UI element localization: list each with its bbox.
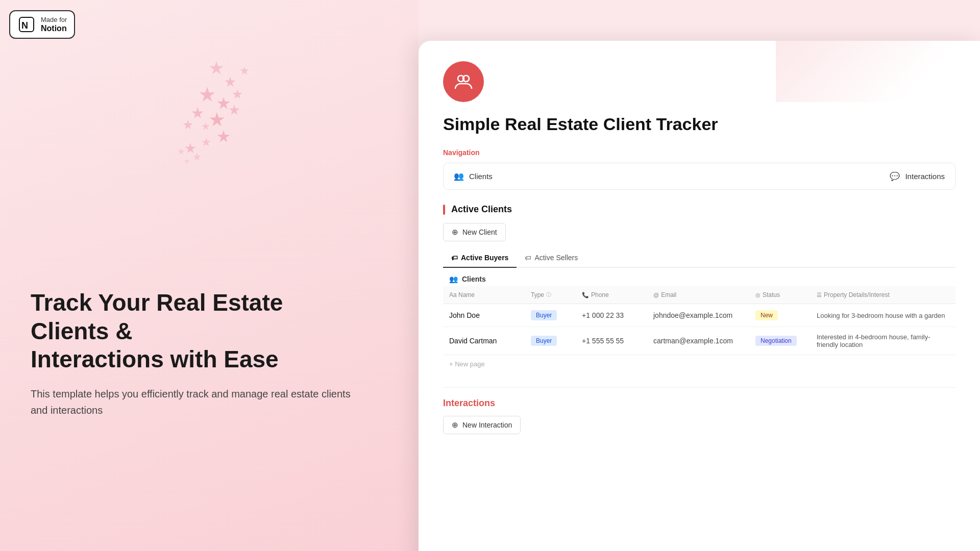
email-header-label: Email bbox=[661, 291, 676, 298]
status-badge-john: New bbox=[755, 310, 778, 320]
client-type-david: Buyer bbox=[531, 336, 582, 346]
new-page-label: + New page bbox=[449, 360, 485, 368]
header-status: ◎ Status bbox=[755, 291, 817, 298]
headline-line1: Track Your Real Estate Clients & bbox=[31, 289, 283, 344]
nav-clients[interactable]: 👥 Clients bbox=[454, 171, 493, 181]
right-panel: Simple Real Estate Client Tracker Naviga… bbox=[419, 41, 980, 551]
clients-subsection-text: Clients bbox=[462, 275, 486, 283]
clients-table: Aa Name Type ⓘ 📞 Phone @ Email ◎ Status bbox=[443, 286, 955, 373]
interactions-section-label: Interactions bbox=[443, 398, 955, 409]
table-header-row: Aa Name Type ⓘ 📞 Phone @ Email ◎ Status bbox=[443, 286, 955, 304]
type-header-label: Type bbox=[531, 291, 544, 298]
header-property: ☰ Property Details/Interest bbox=[817, 291, 949, 298]
nav-card: 👥 Clients 💬 Interactions bbox=[443, 163, 955, 190]
status-icon: ◎ bbox=[755, 292, 761, 298]
client-property-david: Interested in 4-bedroom house, family-fr… bbox=[817, 333, 949, 348]
header-name: Aa Name bbox=[449, 291, 531, 298]
clients-subsection-icon: 👥 bbox=[449, 275, 458, 283]
new-interaction-plus-icon: ⊕ bbox=[452, 420, 458, 430]
name-header-label: Aa Name bbox=[449, 291, 475, 298]
property-header-label: Property Details/Interest bbox=[824, 291, 890, 298]
tab-active-sellers[interactable]: 🏷 Active Sellers bbox=[517, 248, 586, 268]
nav-section-label: Navigation bbox=[443, 148, 955, 157]
header-email: @ Email bbox=[653, 291, 755, 298]
client-phone-david: +1 555 55 55 bbox=[582, 337, 653, 345]
client-email-john: johndoe@example.1com bbox=[653, 311, 755, 319]
tabs-bar: 🏷 Active Buyers 🏷 Active Sellers bbox=[443, 248, 955, 268]
headline: Track Your Real Estate Clients & Interac… bbox=[31, 289, 357, 373]
phone-header-label: Phone bbox=[591, 291, 609, 298]
made-for-label: Made for bbox=[41, 16, 67, 24]
nav-interactions[interactable]: 💬 Interactions bbox=[890, 171, 945, 181]
tab-buyers-label: Active Buyers bbox=[461, 254, 508, 262]
new-client-button[interactable]: ⊕ New Client bbox=[443, 223, 506, 241]
notion-badge-text: Made for Notion bbox=[41, 16, 67, 34]
client-type-john: Buyer bbox=[531, 310, 582, 320]
tag-icon-sellers: 🏷 bbox=[525, 254, 531, 262]
app-icon bbox=[443, 61, 484, 102]
tab-active-buyers[interactable]: 🏷 Active Buyers bbox=[443, 248, 517, 268]
notion-app: Simple Real Estate Client Tracker Naviga… bbox=[419, 41, 980, 551]
interactions-icon: 💬 bbox=[890, 171, 900, 181]
status-badge-david: Negotiation bbox=[755, 336, 797, 346]
tag-icon-buyers: 🏷 bbox=[451, 254, 458, 262]
active-clients-label: Active Clients bbox=[451, 204, 512, 215]
new-page-row[interactable]: + New page bbox=[443, 355, 955, 373]
notion-logo-icon: N bbox=[17, 15, 36, 34]
client-phone-john: +1 000 22 33 bbox=[582, 311, 653, 319]
left-panel: N Made for Notion Track Your Real Estate… bbox=[0, 0, 419, 551]
notion-badge[interactable]: N Made for Notion bbox=[9, 10, 75, 39]
property-icon: ☰ bbox=[817, 292, 822, 298]
new-interaction-label: New Interaction bbox=[462, 421, 512, 429]
subtext: This template helps you efficiently trac… bbox=[31, 386, 357, 418]
client-name-john[interactable]: John Doe bbox=[449, 311, 531, 319]
interactions-text: Interactions bbox=[443, 398, 495, 409]
client-status-john: New bbox=[755, 310, 817, 320]
type-info-icon: ⓘ bbox=[546, 291, 551, 298]
client-name-david[interactable]: David Cartman bbox=[449, 337, 531, 345]
buyer-badge-david: Buyer bbox=[531, 336, 557, 346]
headline-line2: Interactions with Ease bbox=[31, 346, 279, 372]
nav-clients-label: Clients bbox=[469, 172, 493, 181]
client-email-david: cartman@example.1com bbox=[653, 337, 755, 345]
new-client-plus-icon: ⊕ bbox=[452, 228, 458, 237]
app-title: Simple Real Estate Client Tracker bbox=[443, 114, 955, 134]
table-row: John Doe Buyer +1 000 22 33 johndoe@exam… bbox=[443, 304, 955, 327]
new-client-label: New Client bbox=[462, 228, 497, 236]
email-icon: @ bbox=[653, 292, 659, 298]
client-status-david: Negotiation bbox=[755, 336, 817, 346]
header-phone: 📞 Phone bbox=[582, 291, 653, 298]
svg-text:N: N bbox=[21, 20, 28, 31]
main-text-block: Track Your Real Estate Clients & Interac… bbox=[31, 289, 357, 418]
buyer-badge-john: Buyer bbox=[531, 310, 557, 320]
interactions-section: Interactions ⊕ New Interaction bbox=[443, 387, 955, 434]
tab-sellers-label: Active Sellers bbox=[534, 254, 578, 262]
status-header-label: Status bbox=[763, 291, 780, 298]
new-interaction-button[interactable]: ⊕ New Interaction bbox=[443, 416, 521, 434]
client-property-john: Looking for 3-bedroom house with a garde… bbox=[817, 312, 949, 319]
section-dot bbox=[443, 205, 445, 215]
phone-icon: 📞 bbox=[582, 292, 589, 298]
clients-icon: 👥 bbox=[454, 171, 464, 181]
table-row: David Cartman Buyer +1 555 55 55 cartman… bbox=[443, 327, 955, 355]
clients-subsection-label: 👥 Clients bbox=[443, 268, 955, 286]
active-clients-section: Active Clients bbox=[443, 204, 955, 215]
nav-interactions-label: Interactions bbox=[905, 172, 945, 181]
header-type: Type ⓘ bbox=[531, 291, 582, 298]
stars-decoration bbox=[102, 51, 265, 214]
notion-label: Notion bbox=[41, 23, 67, 33]
